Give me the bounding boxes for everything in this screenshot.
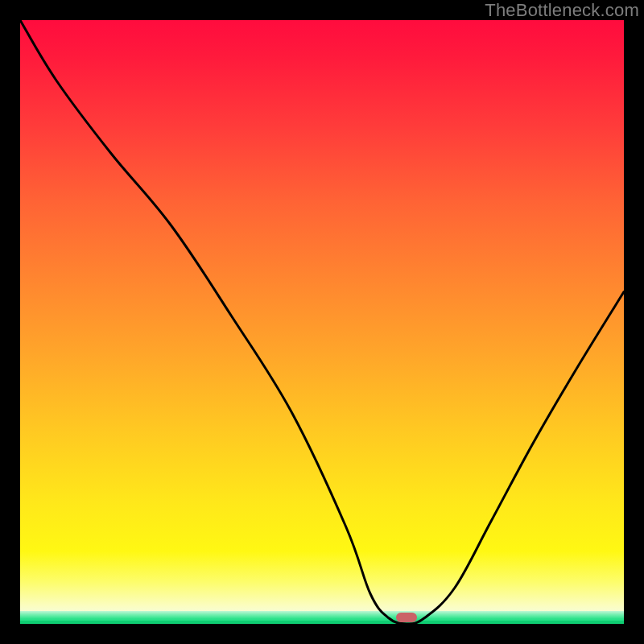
plot-area <box>20 20 624 624</box>
chart-frame: TheBottleneck.com <box>0 0 644 644</box>
optimum-marker <box>396 613 417 622</box>
bottleneck-curve <box>20 20 624 624</box>
watermark-text: TheBottleneck.com <box>485 0 639 21</box>
